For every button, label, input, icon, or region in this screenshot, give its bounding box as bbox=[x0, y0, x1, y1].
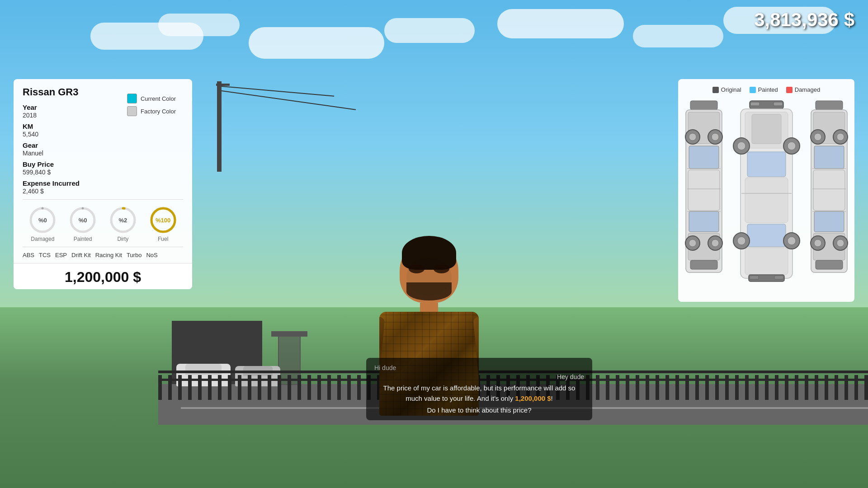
svg-point-41 bbox=[737, 142, 745, 150]
car-diagram-left bbox=[684, 99, 724, 295]
char-head bbox=[400, 239, 458, 303]
diagram-legend: Original Painted Damaged bbox=[685, 86, 847, 93]
legend-painted-label: Painted bbox=[758, 86, 778, 93]
svg-rect-34 bbox=[745, 178, 788, 223]
expense-label: Expense Incurred bbox=[23, 179, 183, 187]
car-center-svg bbox=[731, 99, 802, 293]
gauge-dirty-circle: %2 bbox=[109, 206, 137, 234]
gauge-painted-text: %0 bbox=[79, 217, 87, 224]
cloud-4 bbox=[384, 18, 475, 43]
legend-damaged-label: Damaged bbox=[795, 86, 820, 93]
legend-original-dot bbox=[712, 87, 719, 93]
gear-value: Manuel bbox=[23, 150, 183, 157]
factory-color-label: Factory Color bbox=[141, 108, 176, 115]
features-row: ABS TCS ESP Drift Kit Racing Kit Turbo N… bbox=[23, 252, 183, 258]
gauge-painted: %0 Painted bbox=[69, 206, 97, 242]
color-indicators: Current Color Factory Color bbox=[127, 94, 176, 116]
gauge-fuel: %100 Fuel bbox=[149, 206, 177, 242]
money-value: 3,813,936 $ bbox=[754, 9, 854, 30]
gauges-row: %0 Damaged %0 Painted bbox=[23, 206, 183, 242]
svg-point-58 bbox=[814, 133, 821, 141]
gauge-painted-label: Painted bbox=[74, 236, 92, 242]
dialog-speaker-right: Hey dude bbox=[374, 373, 584, 380]
legend-original: Original bbox=[712, 86, 741, 93]
svg-point-60 bbox=[837, 133, 844, 141]
char-eye-right bbox=[434, 264, 449, 273]
feature-nos: NoS bbox=[146, 252, 157, 258]
gauge-dirty: %2 Dirty bbox=[109, 206, 137, 242]
svg-point-43 bbox=[788, 142, 796, 150]
current-color-label: Current Color bbox=[141, 95, 176, 102]
buy-price-value: 599,840 $ bbox=[23, 169, 183, 176]
cloud-6 bbox=[633, 25, 723, 47]
gauge-fuel-text: %100 bbox=[156, 217, 170, 224]
current-color-indicator: Current Color bbox=[127, 94, 176, 103]
km-label: KM bbox=[23, 122, 183, 130]
legend-original-label: Original bbox=[721, 86, 741, 93]
buy-price-big[interactable]: 1,200,000 $ bbox=[14, 263, 192, 289]
svg-rect-29 bbox=[774, 102, 783, 106]
car-diagram-container bbox=[685, 99, 847, 295]
divider-1 bbox=[23, 199, 183, 200]
feature-racing: Racing Kit bbox=[95, 252, 122, 258]
gauge-fuel-circle: %100 bbox=[149, 206, 177, 234]
gear-label: Gear bbox=[23, 141, 183, 149]
svg-rect-53 bbox=[813, 170, 845, 211]
gauge-damaged-label: Damaged bbox=[31, 236, 54, 242]
svg-rect-11 bbox=[689, 146, 719, 169]
gauge-damaged: %0 Damaged bbox=[28, 206, 57, 242]
svg-point-19 bbox=[712, 133, 719, 141]
svg-rect-15 bbox=[690, 260, 717, 269]
feature-drift: Drift Kit bbox=[71, 252, 91, 258]
svg-rect-12 bbox=[688, 170, 720, 211]
svg-point-62 bbox=[814, 239, 821, 247]
char-neck bbox=[420, 303, 438, 312]
svg-point-23 bbox=[712, 239, 719, 247]
dialog-text: The price of my car is affordable, but i… bbox=[374, 383, 584, 404]
gauge-damaged-text: %0 bbox=[38, 217, 47, 224]
power-pole bbox=[217, 81, 222, 172]
divider-2 bbox=[23, 247, 183, 247]
svg-rect-36 bbox=[745, 248, 788, 275]
svg-rect-32 bbox=[752, 114, 781, 144]
money-display: 3,813,936 $ bbox=[754, 9, 854, 31]
cloud-3 bbox=[249, 27, 384, 59]
buy-price-label: Buy Price bbox=[23, 160, 183, 168]
cloud-5 bbox=[497, 9, 624, 38]
svg-rect-13 bbox=[689, 211, 719, 232]
car-diagram-right bbox=[809, 99, 849, 295]
svg-rect-54 bbox=[814, 211, 844, 232]
char-beard bbox=[406, 282, 452, 300]
feature-esp: ESP bbox=[55, 252, 67, 258]
svg-rect-49 bbox=[816, 101, 843, 110]
bus-stop-roof bbox=[271, 331, 307, 337]
legend-damaged: Damaged bbox=[786, 86, 820, 93]
car-diagram-panel: Original Painted Damaged bbox=[678, 79, 854, 302]
feature-turbo: Turbo bbox=[127, 252, 142, 258]
svg-rect-8 bbox=[690, 101, 717, 110]
car-right-svg bbox=[809, 99, 849, 293]
svg-rect-56 bbox=[816, 260, 843, 269]
svg-point-21 bbox=[689, 239, 696, 247]
gauge-damaged-circle: %0 bbox=[28, 206, 57, 234]
car-info-panel: Rissan GR3 Current Color Factory Color Y… bbox=[14, 79, 192, 289]
gauge-dirty-label: Dirty bbox=[118, 236, 129, 242]
dialog-speaker-left: Hi dude bbox=[374, 364, 584, 371]
gauge-painted-circle: %0 bbox=[69, 206, 97, 234]
factory-color-swatch bbox=[127, 106, 137, 116]
car-left-svg bbox=[684, 99, 724, 293]
gauge-fuel-label: Fuel bbox=[158, 236, 168, 242]
svg-rect-33 bbox=[747, 152, 786, 177]
dialog-box: Hi dude Hey dude The price of my car is … bbox=[366, 358, 592, 420]
dialog-question: Do I have to think about this price? bbox=[374, 406, 584, 414]
svg-point-17 bbox=[689, 133, 696, 141]
svg-point-47 bbox=[788, 237, 796, 245]
svg-rect-52 bbox=[814, 146, 844, 169]
feature-tcs: TCS bbox=[39, 252, 51, 258]
svg-point-45 bbox=[737, 237, 745, 245]
svg-rect-39 bbox=[774, 276, 783, 279]
gauge-dirty-text: %2 bbox=[118, 217, 127, 224]
svg-rect-28 bbox=[750, 102, 760, 106]
cloud-2 bbox=[158, 14, 240, 36]
expense-value: 2,460 $ bbox=[23, 188, 183, 195]
